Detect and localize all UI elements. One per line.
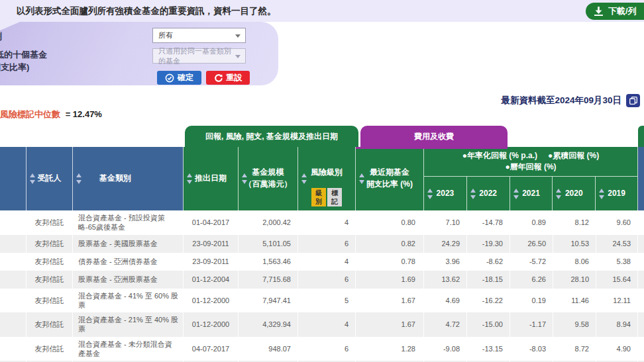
cell-return-2020: 28.10 (553, 271, 596, 289)
table-row: 友邦信託 混合資產基金 - 預設投資策略-65歲後基金 01-04-2017 2… (0, 210, 644, 235)
cell-return-2022: -14.78 (467, 210, 510, 235)
cell-return-2019: 9.60 (596, 210, 638, 235)
top-ten-funds-select[interactable]: 只適用於同一基金類別的基金 (152, 48, 246, 64)
cell-fund-type: 混合資產基金 - 未分類混合資產基金 (73, 337, 184, 361)
cell-fund-type: 債券基金 - 亞洲債券基金 (73, 253, 184, 271)
toggle-mark[interactable]: 標記 (327, 188, 342, 206)
cell-launch-date: 01-12-2004 (184, 271, 239, 289)
cell-launch-date: 04-07-2017 (184, 337, 239, 361)
cell-return-2019: 4.90 (596, 337, 638, 361)
filter-panel: 別 所有 低的十個基金 開支比率) 只適用於同一基金類別的基金 確定 重設 (0, 22, 278, 85)
cell-expense-ratio: 1.69 (356, 271, 424, 289)
cell-fund-type: 混合資產基金 - 41% 至 60% 股票 (73, 289, 184, 313)
header-fund-size[interactable]: 基金規模（百萬港元） (239, 147, 298, 210)
cell-return-2020: 8.06 (553, 253, 596, 271)
sort-arrows[interactable] (301, 173, 307, 184)
risk-marker-median-value: = 12.47% (66, 109, 102, 119)
cell-expense-ratio: 0.82 (356, 235, 424, 253)
top-ten-funds-label-line2: 開支比率) (0, 62, 40, 73)
chevron-down-icon (235, 55, 241, 58)
sort-arrows[interactable] (427, 189, 433, 199)
header-year-2021[interactable]: 2021 (510, 177, 553, 210)
cell-expense-ratio: 1.67 (356, 289, 424, 313)
cell-risk-class: 6 (298, 235, 356, 253)
download-icon (594, 7, 603, 16)
table-row: 友邦信託 債券基金 - 亞洲債券基金 23-09-2011 1,563.46 4… (0, 253, 644, 271)
header-year-2023[interactable]: 2023 (424, 177, 467, 210)
header-risk-class[interactable]: 風險級別 級別 標記 (298, 147, 356, 210)
option-cumulative-return[interactable]: ●累積回報 (%) (548, 150, 599, 161)
cell-fund-size: 5,101.05 (239, 235, 298, 253)
cell-expense-ratio: 0.80 (356, 210, 424, 235)
header-fund-expense-ratio[interactable]: 最近期基金開支比率 (%) (356, 147, 424, 210)
table-row: 友邦信託 股票基金 - 美國股票基金 23-09-2011 5,101.05 6… (0, 235, 644, 253)
download-label: 下載/列 (608, 5, 637, 17)
top-ten-funds-placeholder: 只適用於同一基金類別的基金 (158, 46, 233, 66)
cell-trustee: 友邦信託 (27, 312, 73, 337)
cell-expense-ratio: 0.78 (356, 253, 424, 271)
cell-launch-date: 01-12-2000 (184, 312, 239, 337)
cell-fund-size: 7,715.68 (239, 271, 298, 289)
cell-return-2022: -19.30 (467, 235, 510, 253)
option-calendar-year-return[interactable]: ●曆年回報 (%) (505, 161, 556, 173)
header-year-2020[interactable]: 2020 (553, 177, 596, 210)
cell-return-2021: -1.17 (510, 312, 553, 337)
table-body: 友邦信託 混合資產基金 - 預設投資策略-65歲後基金 01-04-2017 2… (0, 210, 644, 362)
data-as-of: 最新資料截至2024年09月30日 (501, 94, 640, 107)
sort-arrows[interactable] (187, 173, 192, 184)
cell-return-2023: 4.72 (424, 312, 467, 337)
cell-return-2020: 8.12 (553, 210, 596, 235)
sort-arrows[interactable] (513, 189, 519, 199)
sort-arrows[interactable] (242, 173, 247, 184)
toggle-class[interactable]: 級別 (311, 188, 326, 206)
header-year-2019[interactable]: 2019 (596, 177, 637, 210)
sort-arrows[interactable] (556, 189, 561, 199)
download-print-button[interactable]: 下載/列 (586, 3, 644, 20)
cell-risk-class: 6 (298, 337, 356, 361)
cell-launch-date: 01-04-2017 (184, 210, 239, 235)
fund-category-label-fragment: 別 (0, 30, 4, 42)
header-blank-cell (0, 147, 27, 210)
cell-fund-type: 混合資產基金 - 預設投資策略-65歲後基金 (73, 210, 184, 235)
cell-expense-ratio: 1.28 (356, 337, 424, 361)
cell-return-2020: 10.53 (553, 235, 596, 253)
fees-group-underline (356, 147, 508, 149)
fund-category-select[interactable]: 所有 (152, 28, 246, 43)
cell-return-2021: -8.03 (510, 337, 553, 361)
cell-trustee: 友邦信託 (27, 289, 73, 313)
reset-icon (214, 73, 223, 83)
table-row: 友邦信託 混合資產基金 - 41% 至 60% 股票 01-12-2000 7,… (0, 289, 644, 313)
cell-risk-class: 4 (298, 210, 356, 235)
header-next-group-fragment (638, 147, 644, 210)
cell-launch-date: 23-09-2011 (184, 235, 239, 253)
sort-arrows[interactable] (599, 189, 604, 199)
cell-return-2020: 9.58 (553, 312, 596, 337)
header-fund-type[interactable]: 基金類別 (73, 147, 184, 210)
cell-return-2022: -13.15 (467, 337, 510, 361)
mpf-fund-list-screen: 以列表形式全面臚列所有強積金基金的重要資訊，資料一目了然。 下載/列 別 所有 … (0, 0, 644, 362)
year-columns: 2023 2022 2021 2020 2019 (424, 177, 637, 210)
sort-arrows[interactable] (470, 189, 476, 199)
sort-arrows[interactable] (76, 173, 81, 184)
header-year-2022[interactable]: 2022 (467, 177, 510, 210)
cell-return-2019: 8.94 (596, 312, 638, 337)
header-returns-group: ●年率化回報 (% p.a.) ●累積回報 (%) ●曆年回報 (%) 2023… (424, 147, 638, 210)
confirm-button[interactable]: 確定 (157, 71, 201, 85)
sort-arrows[interactable] (30, 173, 35, 184)
returns-type-options: ●年率化回報 (% p.a.) ●累積回報 (%) ●曆年回報 (%) (424, 147, 637, 177)
header-launch-date[interactable]: 推出日期 (184, 147, 239, 210)
risk-class-mark-toggle[interactable]: 級別 標記 (311, 188, 342, 206)
reset-button[interactable]: 重設 (206, 71, 250, 85)
cell-return-2022: -8.62 (467, 253, 510, 271)
cell-launch-date: 23-09-2011 (184, 253, 239, 271)
copy-document-icon[interactable] (626, 94, 640, 107)
cell-fund-size: 948.07 (239, 337, 298, 361)
sort-arrows[interactable] (359, 173, 364, 184)
option-annualized-return[interactable]: ●年率化回報 (% p.a.) (462, 150, 537, 161)
cell-return-2019: 24.53 (596, 235, 638, 253)
header-trustee[interactable]: 受託人 (27, 147, 73, 210)
cell-trustee: 友邦信託 (27, 235, 73, 253)
data-as-of-text: 最新資料截至2024年09月30日 (501, 95, 621, 107)
cell-return-2023: 24.29 (424, 235, 467, 253)
cell-return-2023: 4.69 (424, 289, 467, 313)
